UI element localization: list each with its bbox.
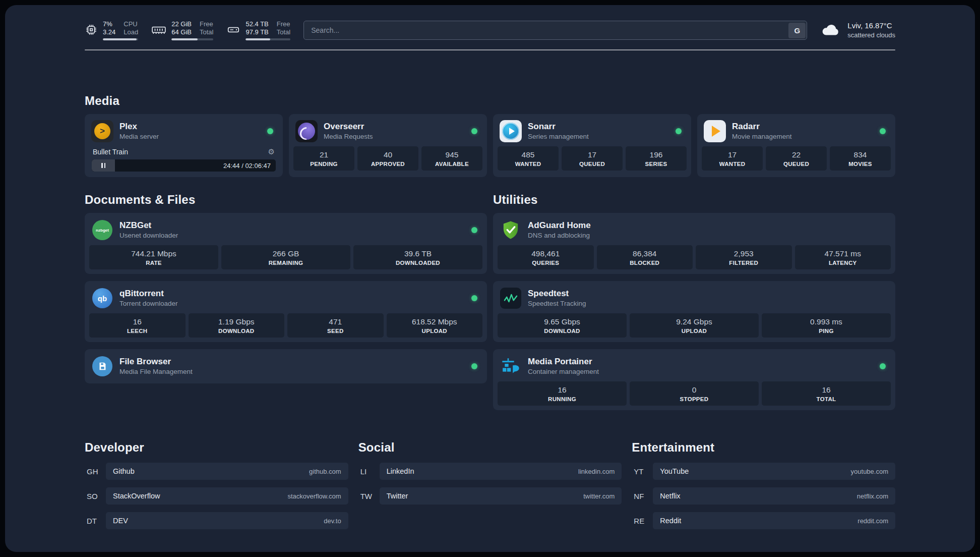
pause-icon — [104, 163, 106, 168]
search-engine-button[interactable]: G — [788, 23, 806, 38]
app-card-filebrowser[interactable]: File Browser Media File Management — [85, 349, 487, 383]
bookmark-link-netflix[interactable]: Netflix netflix.com — [653, 487, 895, 505]
bookmarks-group-developer: Developer GH Github github.com SO StackO… — [85, 440, 348, 529]
bookmark-row: DT DEV dev.to — [85, 512, 348, 529]
app-card-qbittorrent[interactable]: qb qBittorrent Torrent downloader 16 — [85, 281, 487, 342]
stat-label: STOPPED — [631, 396, 758, 402]
disk-icon — [226, 23, 240, 38]
bookmark-link-youtube[interactable]: YouTube youtube.com — [653, 463, 895, 480]
stat-value: 744.21 Mbps — [90, 249, 217, 258]
stat-value: 21 — [294, 150, 353, 159]
stat-value: 945 — [422, 150, 481, 159]
status-dot — [267, 128, 273, 134]
stat-value: 618.52 Mbps — [388, 317, 482, 326]
stat-label: SERIES — [627, 161, 686, 167]
stat-label: RUNNING — [499, 396, 626, 402]
app-card-speedtest[interactable]: Speedtest Speedtest Tracking 9.65 Gbps D… — [493, 281, 895, 342]
bookmark-link-stackoverflow[interactable]: StackOverflow stackoverflow.com — [106, 487, 348, 505]
documents-section-title: Documents & Files — [85, 193, 487, 207]
bookmark-row: GH Github github.com — [85, 463, 348, 480]
status-dot — [880, 128, 886, 134]
memory-free-label: Free — [200, 20, 213, 28]
stat-value: 1.19 Gbps — [190, 317, 284, 326]
overseerr-icon — [295, 120, 318, 142]
app-card-sonarr[interactable]: Sonarr Series management 485 WANTED 17 Q… — [493, 114, 691, 177]
bookmark-link-reddit[interactable]: Reddit reddit.com — [653, 512, 895, 529]
stat-label: WANTED — [499, 161, 558, 167]
app-card-radarr[interactable]: Radarr Movie management 17 WANTED 22 QUE… — [697, 114, 895, 177]
stat-pending: 21 PENDING — [293, 146, 354, 171]
stat-label: RATE — [90, 260, 217, 266]
speedtest-icon — [500, 287, 522, 309]
app-subtitle: Media Requests — [324, 132, 373, 141]
stat-value: 39.6 TB — [354, 249, 481, 258]
bookmark-domain: dev.to — [324, 517, 341, 525]
bookmark-name: YouTube — [660, 467, 689, 475]
bookmark-link-twitter[interactable]: Twitter twitter.com — [380, 487, 622, 505]
stat-rate: 744.21 Mbps RATE — [89, 245, 218, 269]
app-subtitle: Media File Management — [119, 367, 193, 376]
bookmark-row: YT YouTube youtube.com — [632, 463, 895, 480]
stat-label: QUEUED — [563, 161, 622, 167]
memory-free-value: 22 GiB — [171, 20, 192, 28]
cpu-label: CPU — [124, 20, 138, 28]
weather-location: Lviv, 16.87°C — [847, 21, 895, 31]
app-name: NZBGet — [119, 220, 178, 231]
stat-label: QUEUED — [767, 161, 826, 167]
entertainment-section-title: Entertainment — [632, 440, 895, 455]
bookmark-abbr: SO — [85, 492, 106, 500]
stat-total: 16 TOTAL — [762, 381, 891, 406]
pause-button[interactable] — [92, 159, 115, 172]
playback-seekbar[interactable]: 24:44 / 02:06:47 — [92, 159, 276, 172]
stat-value: 0.993 ms — [763, 317, 890, 326]
stat-label: LEECH — [90, 328, 185, 334]
bookmark-link-dev[interactable]: DEV dev.to — [106, 512, 348, 529]
disk-bar — [246, 38, 290, 40]
weather-widget: Lviv, 16.87°C scattered clouds — [820, 21, 895, 40]
bookmark-row: RE Reddit reddit.com — [632, 512, 895, 529]
stat-blocked: 86,384 BLOCKED — [597, 245, 693, 269]
stat-queued: 22 QUEUED — [766, 146, 827, 171]
stat-value: 9.65 Gbps — [499, 317, 626, 326]
memory-total-value: 64 GiB — [171, 28, 192, 36]
app-card-overseerr[interactable]: Overseerr Media Requests 21 PENDING 40 A… — [289, 114, 487, 177]
bookmark-name: Reddit — [660, 517, 681, 525]
stat-label: WANTED — [703, 161, 762, 167]
app-name: File Browser — [119, 356, 193, 367]
stat-value: 86,384 — [598, 249, 692, 258]
bookmark-name: LinkedIn — [387, 467, 414, 475]
cpu-load-label: Load — [124, 28, 138, 36]
bookmark-abbr: RE — [632, 517, 653, 525]
nzbget-icon: nzbget — [91, 219, 113, 241]
stat-download: 9.65 Gbps DOWNLOAD — [498, 313, 627, 338]
app-card-plex[interactable]: > Plex Media server Bullet Train ⚙ — [85, 114, 283, 177]
disk-free-label: Free — [277, 20, 290, 28]
app-name: qBittorrent — [119, 288, 178, 299]
status-dot — [880, 363, 886, 369]
stat-value: 17 — [563, 150, 622, 159]
stat-label: REMAINING — [222, 260, 349, 266]
stat-movies: 834 MOVIES — [830, 146, 891, 171]
app-subtitle: Usenet downloader — [119, 231, 178, 240]
app-name: Plex — [119, 121, 159, 132]
stat-queries: 498,461 QUERIES — [498, 245, 594, 269]
stat-upload: 9.24 Gbps UPLOAD — [630, 313, 759, 338]
app-subtitle: Movie management — [732, 132, 792, 141]
bookmark-name: Netflix — [660, 492, 680, 500]
plex-icon: > — [91, 120, 113, 142]
app-subtitle: Torrent downloader — [119, 299, 178, 308]
disk-bar-fill — [246, 38, 270, 40]
app-card-nzbget[interactable]: nzbget NZBGet Usenet downloader 744.21 M… — [85, 213, 487, 274]
bookmark-link-github[interactable]: Github github.com — [106, 463, 348, 480]
search-input[interactable] — [303, 21, 807, 40]
stat-download: 1.19 Gbps DOWNLOAD — [189, 313, 285, 338]
stat-value: 16 — [90, 317, 185, 326]
bookmark-link-linkedin[interactable]: LinkedIn linkedin.com — [380, 463, 622, 480]
app-subtitle: Media server — [119, 132, 159, 141]
stat-value: 266 GB — [222, 249, 349, 258]
app-card-adguard[interactable]: AdGuard Home DNS and adblocking 498,461 … — [493, 213, 895, 274]
gear-icon[interactable]: ⚙ — [268, 147, 275, 156]
app-card-portainer[interactable]: Media Portainer Container management 16 … — [493, 349, 895, 410]
stat-value: 834 — [831, 150, 890, 159]
qbittorrent-icon: qb — [91, 287, 113, 309]
